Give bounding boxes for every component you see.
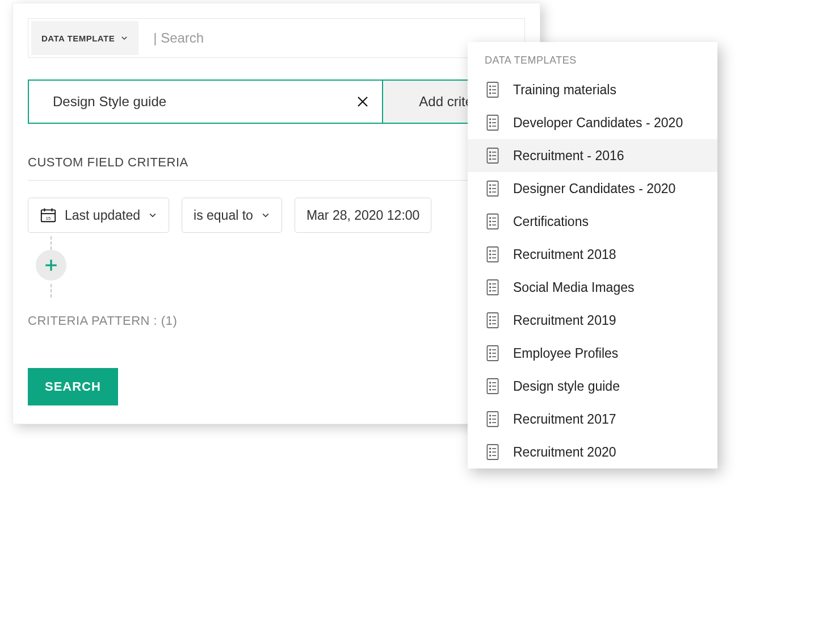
- svg-point-41: [490, 250, 491, 252]
- svg-point-85: [490, 451, 491, 453]
- svg-point-6: [490, 86, 491, 87]
- template-icon: [485, 444, 501, 461]
- template-list-item[interactable]: Social Media Images: [468, 271, 717, 304]
- criteria-pattern: CRITERIA PATTERN : (1): [28, 313, 525, 328]
- svg-point-55: [490, 316, 491, 317]
- connector-line: [51, 284, 52, 298]
- template-icon: [485, 345, 501, 362]
- template-list-item[interactable]: Employee Profiles: [468, 337, 717, 370]
- template-icon: [485, 246, 501, 263]
- template-list-item[interactable]: Designer Candidates - 2020: [468, 172, 717, 205]
- template-icon: [485, 312, 501, 329]
- svg-point-8: [490, 89, 491, 90]
- svg-point-78: [490, 419, 491, 420]
- svg-point-13: [490, 119, 491, 120]
- pattern-value: (1): [161, 313, 177, 328]
- svg-point-71: [490, 386, 491, 387]
- svg-point-31: [490, 191, 491, 193]
- svg-point-52: [490, 290, 491, 291]
- svg-point-57: [490, 320, 491, 321]
- calendar-icon: 15: [40, 207, 57, 224]
- svg-point-50: [490, 287, 491, 288]
- svg-point-38: [490, 224, 491, 225]
- template-icon: [485, 279, 501, 296]
- value-input[interactable]: Mar 28, 2020 12:00: [295, 198, 431, 233]
- template-item-label: Designer Candidates - 2020: [513, 181, 675, 196]
- svg-point-29: [490, 188, 491, 189]
- svg-point-10: [490, 93, 491, 94]
- template-icon: [485, 147, 501, 164]
- template-icon: [485, 411, 501, 428]
- popover-list: Training materials Developer Candidates …: [468, 73, 717, 469]
- svg-point-36: [490, 221, 491, 222]
- template-list-item[interactable]: Developer Candidates - 2020: [468, 106, 717, 139]
- chevron-down-icon: [261, 211, 270, 220]
- data-template-dropdown[interactable]: DATA TEMPLATE: [31, 21, 138, 55]
- svg-point-76: [490, 415, 491, 416]
- template-icon: [485, 180, 501, 197]
- svg-text:15: 15: [46, 216, 51, 221]
- type-select-label: DATA TEMPLATE: [41, 34, 115, 43]
- svg-point-22: [490, 155, 491, 156]
- pattern-label: CRITERIA PATTERN :: [28, 313, 157, 328]
- field-select-label: Last updated: [65, 208, 140, 223]
- template-icon: [485, 81, 501, 98]
- svg-point-17: [490, 126, 491, 127]
- criteria-row: Design Style guide Add criteria: [28, 80, 525, 124]
- svg-point-34: [490, 218, 491, 219]
- svg-point-48: [490, 283, 491, 285]
- svg-point-15: [490, 122, 491, 123]
- template-item-label: Developer Candidates - 2020: [513, 115, 683, 131]
- template-list-item[interactable]: Recruitment 2017: [468, 403, 717, 436]
- template-item-label: Social Media Images: [513, 280, 635, 295]
- clear-criteria-button[interactable]: [356, 95, 369, 108]
- template-list-item[interactable]: Recruitment 2018: [468, 238, 717, 271]
- template-list-item[interactable]: Design style guide: [468, 370, 717, 403]
- template-list-item[interactable]: Recruitment 2020: [468, 436, 717, 469]
- svg-point-27: [490, 185, 491, 186]
- svg-point-45: [490, 257, 491, 258]
- template-item-label: Design style guide: [513, 379, 620, 394]
- template-item-label: Recruitment 2017: [513, 412, 616, 427]
- svg-point-80: [490, 422, 491, 423]
- data-templates-popover: DATA TEMPLATES Training materials Develo…: [468, 42, 717, 469]
- value-text: Mar 28, 2020 12:00: [306, 208, 419, 223]
- template-item-label: Certifications: [513, 214, 589, 229]
- operator-select[interactable]: is equal to: [182, 198, 282, 233]
- svg-point-66: [490, 356, 491, 357]
- criteria-field-row: 15 Last updated is equal to Mar 28, 2020…: [28, 198, 525, 233]
- search-button[interactable]: SEARCH: [28, 368, 118, 405]
- chevron-down-icon: [120, 34, 128, 42]
- svg-point-43: [490, 254, 491, 255]
- svg-point-87: [490, 455, 491, 456]
- search-bar: DATA TEMPLATE: [28, 18, 525, 58]
- template-list-item[interactable]: Recruitment - 2016: [468, 139, 717, 172]
- svg-point-69: [490, 382, 491, 383]
- template-icon: [485, 378, 501, 395]
- svg-point-59: [490, 323, 491, 324]
- chevron-down-icon: [148, 211, 157, 220]
- criteria-value-text: Design Style guide: [53, 94, 166, 110]
- template-item-label: Employee Profiles: [513, 346, 618, 361]
- template-item-label: Recruitment 2020: [513, 445, 616, 460]
- svg-point-64: [490, 353, 491, 354]
- svg-point-83: [490, 448, 491, 449]
- criteria-value-field[interactable]: Design Style guide: [29, 81, 382, 123]
- add-condition-button[interactable]: [36, 250, 66, 281]
- svg-point-73: [490, 389, 491, 390]
- custom-field-criteria-title: CUSTOM FIELD CRITERIA: [28, 155, 525, 181]
- template-list-item[interactable]: Recruitment 2019: [468, 304, 717, 337]
- template-list-item[interactable]: Training materials: [468, 73, 717, 106]
- template-icon: [485, 213, 501, 230]
- field-select[interactable]: 15 Last updated: [28, 198, 169, 233]
- template-item-label: Training materials: [513, 82, 616, 98]
- svg-point-62: [490, 349, 491, 350]
- template-list-item[interactable]: Certifications: [468, 205, 717, 238]
- operator-select-label: is equal to: [194, 208, 253, 223]
- close-icon: [356, 95, 369, 108]
- plus-icon: [44, 258, 58, 273]
- template-item-label: Recruitment - 2016: [513, 148, 624, 164]
- template-item-label: Recruitment 2019: [513, 313, 616, 328]
- svg-point-24: [490, 158, 491, 160]
- popover-header: DATA TEMPLATES: [468, 42, 717, 73]
